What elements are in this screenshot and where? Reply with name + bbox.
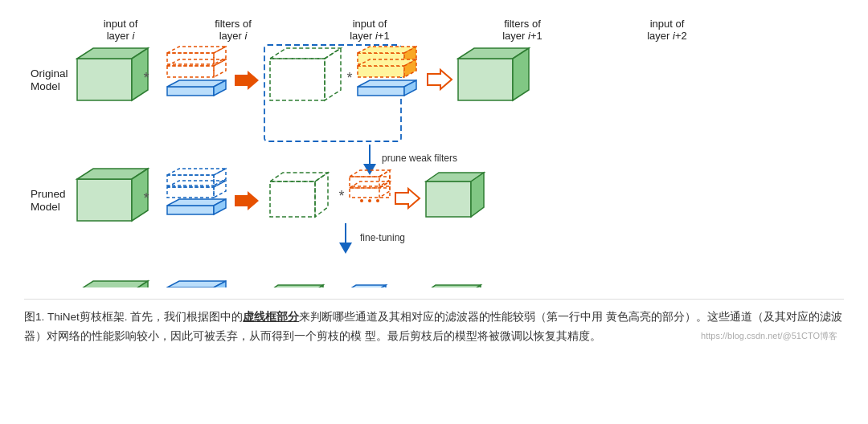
svg-text:layer i+2: layer i+2 (647, 30, 687, 42)
svg-marker-60 (214, 181, 226, 198)
svg-text:layer i+1: layer i+1 (350, 30, 390, 42)
svg-text:input of: input of (353, 18, 387, 30)
svg-marker-81 (395, 189, 420, 208)
svg-marker-74 (379, 170, 390, 186)
svg-rect-75 (350, 188, 390, 198)
svg-rect-58 (167, 187, 214, 198)
svg-rect-82 (426, 181, 471, 217)
svg-point-80 (376, 199, 379, 202)
svg-marker-19 (214, 59, 226, 77)
svg-marker-89 (77, 281, 148, 287)
svg-point-78 (360, 199, 363, 202)
svg-text:Model: Model (31, 80, 60, 92)
svg-marker-70 (315, 173, 328, 217)
diagram-svg: input of layer i filters of layer i inpu… (24, 14, 844, 287)
svg-marker-56 (167, 169, 226, 175)
svg-rect-28 (270, 59, 325, 100)
svg-rect-51 (77, 179, 132, 221)
svg-rect-41 (358, 87, 404, 96)
svg-text:Model: Model (31, 201, 60, 213)
col-header-1: input of (104, 18, 138, 30)
svg-rect-35 (358, 66, 404, 77)
caption-prefix: 图1. ThiNet剪枝框架. 首先，我们根据图中的 (24, 311, 243, 323)
svg-rect-10 (77, 59, 132, 100)
caption-area: 图1. ThiNet剪枝框架. 首先，我们根据图中的虚线框部分来判断哪些通道及其… (24, 299, 844, 345)
svg-marker-29 (270, 48, 341, 59)
svg-text:layer i: layer i (219, 30, 248, 42)
label-finetune: fine-tuning (360, 232, 405, 243)
svg-marker-49 (363, 164, 376, 175)
svg-marker-106 (265, 285, 323, 287)
svg-marker-57 (214, 169, 226, 186)
svg-text:layer i: layer i (107, 30, 136, 42)
svg-text:filters of: filters of (215, 18, 252, 30)
svg-text:input of: input of (650, 18, 685, 30)
label-prune: prune weak filters (382, 153, 457, 164)
svg-text:filters of: filters of (504, 18, 541, 30)
svg-marker-16 (214, 47, 226, 64)
svg-marker-30 (325, 48, 341, 100)
svg-marker-26 (235, 71, 259, 90)
watermark: https://blog.csdn.net/@51CTO博客 (701, 330, 837, 342)
svg-marker-76 (350, 181, 390, 188)
row-label-original: Original (31, 67, 68, 80)
svg-point-79 (368, 199, 371, 202)
svg-rect-64 (167, 206, 214, 214)
svg-marker-110 (346, 285, 386, 287)
svg-text:*: * (338, 188, 344, 204)
svg-marker-69 (270, 173, 328, 181)
svg-rect-45 (458, 59, 513, 100)
svg-marker-44 (428, 70, 452, 89)
svg-marker-120 (423, 285, 481, 287)
svg-marker-77 (379, 181, 390, 198)
svg-text:*: * (143, 190, 149, 206)
svg-rect-23 (167, 87, 214, 96)
svg-text:layer i+1: layer i+1 (502, 30, 542, 42)
svg-text:*: * (346, 70, 352, 86)
caption-highlight: 虚线框部分 (243, 311, 299, 323)
main-container: input of layer i filters of layer i inpu… (0, 0, 868, 357)
svg-rect-68 (270, 181, 315, 217)
svg-text:*: * (143, 70, 149, 86)
svg-marker-67 (235, 191, 259, 210)
row-label-pruned: Pruned (31, 188, 66, 200)
svg-marker-86 (339, 243, 352, 254)
svg-marker-15 (167, 47, 226, 53)
svg-rect-17 (167, 66, 214, 77)
